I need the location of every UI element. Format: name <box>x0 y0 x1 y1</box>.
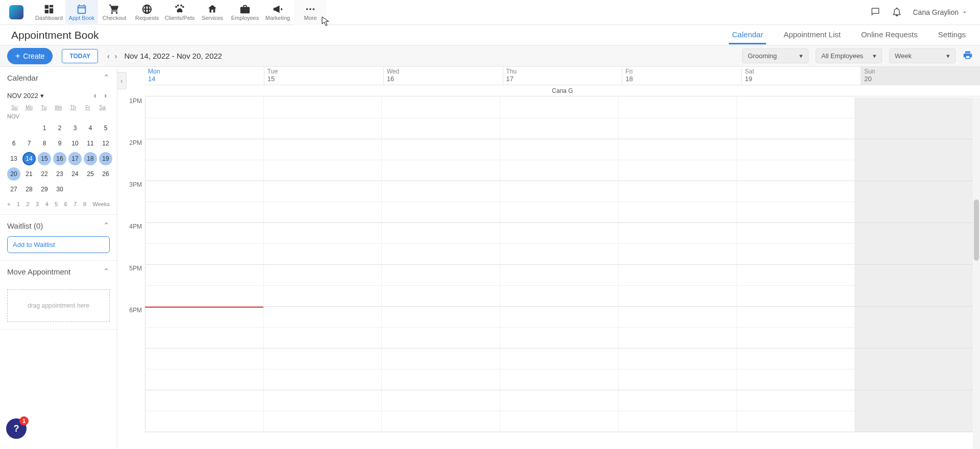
calendar-cell[interactable] <box>263 390 382 411</box>
calendar-cell[interactable] <box>145 244 263 264</box>
tab-settings[interactable]: Settings <box>935 26 969 44</box>
nav-services[interactable]: Services <box>196 0 229 25</box>
calendar-cell[interactable] <box>263 202 382 222</box>
calendar-cell[interactable] <box>618 265 737 285</box>
calendar-cell[interactable] <box>145 369 263 390</box>
nav-clients[interactable]: Clients/Pets <box>163 0 196 25</box>
calendar-cell[interactable] <box>263 286 382 306</box>
mini-cal-day[interactable]: 9 <box>53 137 66 150</box>
calendar-cell[interactable] <box>737 390 855 411</box>
weeks-7[interactable]: 7 <box>74 201 77 207</box>
calendar-cell[interactable] <box>381 244 500 264</box>
weeks-4[interactable]: 4 <box>45 201 48 207</box>
calendar-cell[interactable] <box>263 411 382 432</box>
calendar-cell[interactable] <box>500 202 618 222</box>
calendar-cell[interactable] <box>618 244 737 264</box>
calendar-cell[interactable] <box>737 307 855 327</box>
day-header[interactable]: Tue15 <box>264 67 383 85</box>
day-header[interactable]: Mon14 <box>145 67 264 85</box>
calendar-cell[interactable] <box>381 202 500 222</box>
mini-cal-day[interactable]: 6 <box>7 137 20 150</box>
mini-cal-day[interactable]: 21 <box>22 167 36 181</box>
calendar-cell[interactable] <box>737 181 855 202</box>
service-filter-select[interactable]: Grooming ▾ <box>742 48 808 63</box>
calendar-cell[interactable] <box>145 286 263 306</box>
calendar-cell[interactable] <box>500 118 618 139</box>
calendar-cell[interactable] <box>145 181 263 202</box>
calendar-cell[interactable] <box>263 369 382 390</box>
calendar-cell[interactable] <box>854 139 973 160</box>
mini-cal-day[interactable]: 26 <box>99 167 112 181</box>
calendar-cell[interactable] <box>263 160 382 181</box>
weeks-2[interactable]: 2 <box>26 201 29 207</box>
mini-cal-day[interactable]: 25 <box>84 167 97 181</box>
nav-requests[interactable]: Requests <box>131 0 163 25</box>
scrollbar[interactable] <box>973 97 980 449</box>
weeks-8[interactable]: 8 <box>83 201 86 207</box>
calendar-cell[interactable] <box>263 223 382 243</box>
help-button[interactable]: ? 1 <box>6 418 27 439</box>
nav-more[interactable]: More <box>294 0 327 25</box>
calendar-cell[interactable] <box>618 202 737 222</box>
calendar-cell[interactable] <box>618 97 737 118</box>
calendar-panel-head[interactable]: Calendar ⌃ <box>0 67 117 88</box>
mini-cal-day[interactable]: 20 <box>7 167 20 181</box>
calendar-cell[interactable] <box>381 160 500 181</box>
nav-dashboard[interactable]: Dashboard <box>33 0 65 25</box>
calendar-cell[interactable] <box>381 328 500 348</box>
weeks-plus[interactable]: + <box>7 201 10 207</box>
calendar-cell[interactable] <box>145 390 263 411</box>
calendar-cell[interactable] <box>737 348 855 369</box>
calendar-cell[interactable] <box>737 118 855 139</box>
calendar-cell[interactable] <box>854 411 973 432</box>
sidebar-collapse-button[interactable]: ‹ <box>117 72 127 89</box>
bell-icon[interactable] <box>892 7 902 18</box>
nav-employees[interactable]: Employees <box>229 0 261 25</box>
add-to-waitlist-button[interactable]: Add to Waitlist <box>7 236 110 253</box>
calendar-cell[interactable] <box>854 244 973 264</box>
calendar-cell[interactable] <box>618 181 737 202</box>
calendar-cell[interactable] <box>145 97 263 118</box>
user-menu[interactable]: Cana Graylion <box>913 8 968 16</box>
calendar-cell[interactable] <box>500 160 618 181</box>
calendar-cell[interactable] <box>263 97 382 118</box>
calendar-cell[interactable] <box>854 348 973 369</box>
calendar-cell[interactable] <box>737 160 855 181</box>
calendar-cell[interactable] <box>145 348 263 369</box>
next-week-button[interactable]: › <box>115 52 117 60</box>
calendar-cell[interactable] <box>263 139 382 160</box>
weeks-3[interactable]: 3 <box>36 201 39 207</box>
calendar-cell[interactable] <box>145 139 263 160</box>
messages-icon[interactable] <box>870 7 880 18</box>
today-button[interactable]: TODAY <box>62 49 98 63</box>
mini-cal-day[interactable]: 11 <box>84 137 97 150</box>
calendar-cell[interactable] <box>263 328 382 348</box>
mini-cal-day[interactable]: 7 <box>22 137 36 150</box>
calendar-cell[interactable] <box>500 411 618 432</box>
calendar-cell[interactable] <box>500 223 618 243</box>
calendar-cell[interactable] <box>381 369 500 390</box>
tab-online-requests[interactable]: Online Requests <box>858 26 921 44</box>
calendar-cell[interactable] <box>737 286 855 306</box>
calendar-cell[interactable] <box>618 223 737 243</box>
calendar-cell[interactable] <box>145 118 263 139</box>
nav-appt-book[interactable]: Appt Book <box>65 0 98 25</box>
calendar-cell[interactable] <box>381 286 500 306</box>
mini-cal-day[interactable]: 15 <box>38 152 51 165</box>
weeks-6[interactable]: 6 <box>64 201 67 207</box>
calendar-cell[interactable] <box>854 390 973 411</box>
calendar-cell[interactable] <box>737 369 855 390</box>
calendar-cell[interactable] <box>618 118 737 139</box>
mini-cal-day[interactable]: 29 <box>38 183 51 196</box>
calendar-grid[interactable] <box>145 97 973 449</box>
calendar-cell[interactable] <box>145 328 263 348</box>
calendar-cell[interactable] <box>381 307 500 327</box>
calendar-cell[interactable] <box>263 244 382 264</box>
calendar-cell[interactable] <box>381 265 500 285</box>
calendar-cell[interactable] <box>500 390 618 411</box>
calendar-cell[interactable] <box>854 286 973 306</box>
day-header[interactable]: Sun20 <box>861 67 980 85</box>
calendar-cell[interactable] <box>737 328 855 348</box>
calendar-cell[interactable] <box>854 223 973 243</box>
mini-cal-day[interactable]: 3 <box>68 121 82 135</box>
